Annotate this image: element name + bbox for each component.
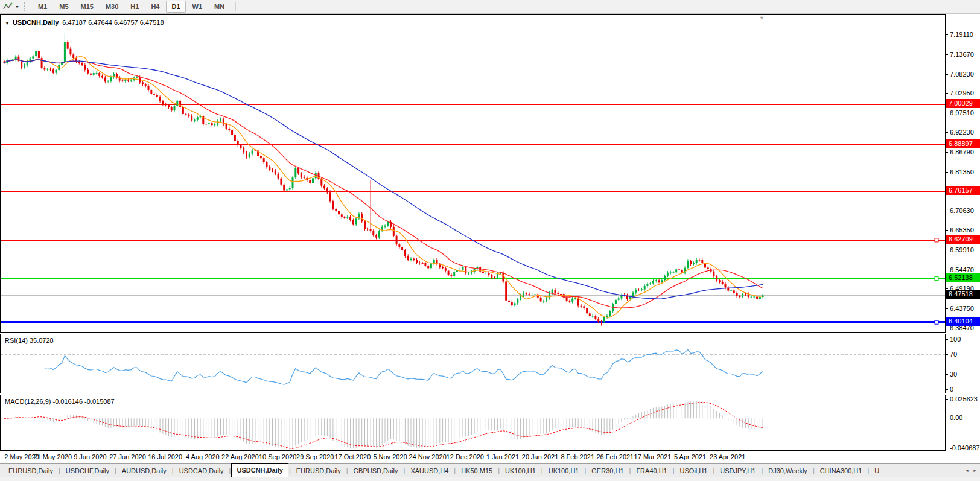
rsi-tick-label: 30 [950, 370, 957, 378]
axis-tick [946, 308, 948, 309]
price-tick-label: 7.08230 [950, 70, 974, 78]
tab-usdcad-daily[interactable]: USDCAD,Daily [174, 464, 229, 477]
candlestick-chart[interactable] [1, 15, 945, 332]
axis-tick [946, 54, 948, 55]
level-price-label: 6.62709 [946, 235, 980, 244]
axis-tick [946, 250, 948, 250]
chevron-down-icon[interactable]: ▼ [15, 5, 19, 9]
axis-tick [946, 93, 948, 94]
price-tick-label: 7.19110 [950, 30, 973, 39]
chart-shift-marker-icon[interactable]: ▼ [759, 16, 765, 21]
tab-uk100-h1[interactable]: UK100,H1 [544, 464, 584, 477]
tab-usoil-h1[interactable]: USOil,H1 [675, 464, 713, 477]
level-price-label: 6.40104 [946, 317, 980, 326]
timeframe-button-mn[interactable]: MN [209, 1, 230, 13]
timeframe-button-m1[interactable]: M1 [33, 1, 52, 13]
price-tick-label: 7.02950 [950, 89, 974, 97]
rsi-chart [1, 334, 945, 393]
date-tick-label: 4 Aug 2020 [186, 453, 220, 460]
chart-title: ▼USDCNH,Daily6.47187 6.47644 6.46757 6.4… [5, 19, 164, 26]
tab-eurusd-daily[interactable]: EURUSD,Daily [291, 464, 346, 477]
date-tick-label: 20 Jan 2021 [522, 453, 559, 460]
date-tick-label: 9 Jun 2020 [74, 453, 106, 460]
price-tick-label: 6.43750 [950, 304, 974, 313]
date-tick-label: 27 Jun 2020 [109, 453, 146, 460]
tab-usdcnh-daily[interactable]: USDCNH,Daily [231, 463, 288, 477]
tab-ger30-h1[interactable]: GER30,H1 [587, 464, 628, 477]
date-tick-label: 10 Sep 2020 [259, 453, 296, 460]
price-tick-label: 6.86790 [950, 148, 974, 156]
macd-label: MACD(12,26,9) -0.016146 -0.015087 [5, 398, 115, 405]
date-tick-label: 24 Nov 2020 [409, 453, 446, 460]
level-price-label: 6.52138 [946, 273, 980, 282]
tab-u[interactable]: U [870, 464, 884, 477]
timeframe-toolbar: ▼ M1M5M15M30H1H4D1W1MN [0, 0, 980, 14]
price-tick-label: 6.81350 [950, 168, 974, 176]
chart-pointer-icon[interactable] [2, 2, 14, 11]
date-axis[interactable]: 2 May 202021 May 20209 Jun 202027 Jun 20… [0, 451, 946, 463]
axis-tick [946, 34, 948, 35]
axis-tick [946, 132, 948, 133]
tab-xauusd-h4[interactable]: XAUUSD,H4 [406, 464, 453, 477]
timeframe-button-d1[interactable]: D1 [166, 1, 185, 13]
axis-tick [946, 152, 948, 153]
date-tick-label: 29 Sep 2020 [296, 453, 334, 460]
timeframe-button-m15[interactable]: M15 [75, 1, 99, 13]
tab-fra40-h1[interactable]: FRA40,H1 [631, 464, 672, 477]
price-tick-label: 6.59910 [950, 246, 974, 254]
price-tick-label: 6.92230 [950, 128, 974, 136]
price-tick-label: 7.13670 [950, 50, 974, 59]
tab-gbpusd-daily[interactable]: GBPUSD,Daily [349, 464, 403, 477]
macd-tick-label: 0.025623 [950, 395, 978, 403]
axis-tick [946, 354, 948, 355]
tab-eurusd-daily[interactable]: EURUSD,Daily [4, 464, 58, 477]
axis-tick [946, 288, 948, 289]
chart-title-ohlc: 6.47187 6.47644 6.46757 6.47518 [62, 19, 164, 26]
tab-audusd-daily[interactable]: AUDUSD,Daily [117, 464, 171, 477]
date-tick-label: 23 Apr 2021 [710, 453, 745, 460]
rsi-tick-label: 70 [950, 350, 957, 358]
toolbar-grip[interactable] [24, 2, 27, 11]
rsi-panel[interactable]: RSI(14) 35.0728 [0, 334, 946, 393]
chart-title-symbol: USDCNH,Daily [13, 19, 59, 26]
axis-tick [946, 113, 948, 113]
axis-tick [946, 399, 948, 400]
timeframe-button-h1[interactable]: H1 [125, 1, 144, 13]
tab-dj30-weekly[interactable]: DJ30,Weekly [763, 464, 812, 477]
timeframe-button-h4[interactable]: H4 [145, 1, 165, 13]
axis-tick [946, 389, 948, 390]
timeframe-button-w1[interactable]: W1 [187, 1, 208, 13]
price-chart-panel[interactable]: ▼USDCNH,Daily6.47187 6.47644 6.46757 6.4… [0, 14, 946, 333]
timeframe-button-m5[interactable]: M5 [54, 1, 74, 13]
tab-uk100-h1[interactable]: UK100,H1 [500, 464, 541, 477]
toolbar-separator [235, 2, 236, 11]
rsi-tick-label: 100 [950, 335, 961, 343]
tab-scroll-left-icon[interactable]: ◄ [963, 466, 971, 475]
timeframe-buttons: M1M5M15M30H1H4D1W1MN [32, 1, 231, 13]
axis-tick [946, 328, 948, 328]
price-tick-label: 6.97510 [950, 109, 974, 117]
rsi-tick-label: 0 [950, 385, 953, 393]
current-price-label: 6.47518 [946, 290, 980, 299]
date-tick-label: 5 Apr 2021 [674, 453, 706, 460]
one-click-trading-icon[interactable]: ▼ [5, 21, 10, 26]
price-axis[interactable]: 7.191107.136707.082307.029506.975106.922… [946, 14, 980, 463]
macd-panel[interactable]: MACD(12,26,9) -0.016146 -0.015087 [0, 395, 946, 451]
axis-tick [946, 270, 948, 270]
axis-tick [946, 418, 948, 418]
date-tick-label: 26 Feb 2021 [596, 453, 634, 460]
date-tick-label: 17 Mar 2021 [634, 453, 672, 460]
level-price-label: 6.76157 [946, 186, 980, 195]
date-tick-label: 17 Oct 2020 [334, 453, 371, 460]
chart-tab-bar: EURUSD,Daily|USDCHF,Daily|AUDUSD,Daily|U… [0, 463, 980, 477]
tab-hk50-m15[interactable]: HK50,M15 [456, 464, 497, 477]
tab-usdchf-daily[interactable]: USDCHF,Daily [61, 464, 114, 477]
date-tick-label: 22 Aug 2020 [221, 453, 259, 460]
price-tick-label: 6.65350 [950, 226, 974, 234]
tab-scroll-right-icon[interactable]: ► [971, 466, 979, 475]
timeframe-button-m30[interactable]: M30 [100, 1, 124, 13]
tab-china300-h1[interactable]: CHINA300,H1 [815, 464, 867, 477]
date-tick-label: 16 Jul 2020 [148, 453, 182, 460]
tab-usdjpy-h1[interactable]: USDJPY,H1 [715, 464, 760, 477]
date-tick-label: 5 Nov 2020 [373, 453, 407, 460]
